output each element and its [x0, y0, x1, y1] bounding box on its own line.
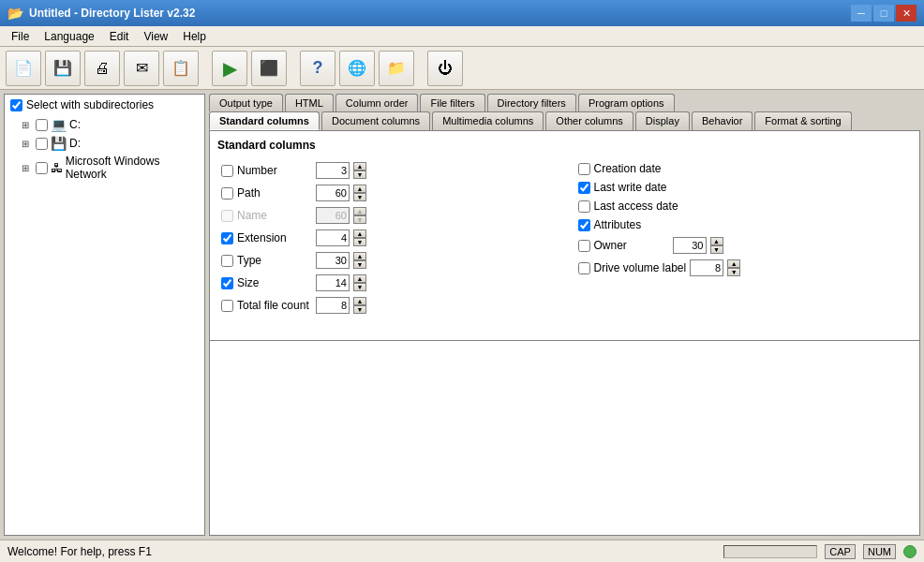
expander-network[interactable]: ⊞: [22, 163, 33, 173]
input-owner[interactable]: [673, 237, 707, 254]
cb-number[interactable]: [221, 165, 233, 177]
stop-button[interactable]: ⬛: [251, 51, 287, 86]
cb-last-access-date[interactable]: [578, 200, 590, 213]
select-with-subdirs-checkbox[interactable]: [10, 99, 22, 111]
tab-format-sorting[interactable]: Format & sorting: [754, 111, 851, 130]
web-button[interactable]: 🌐: [339, 51, 375, 86]
spin-up-owner[interactable]: ▲: [710, 237, 723, 245]
disk-icon-d: 💾: [51, 136, 67, 151]
tree-label-d: D:: [69, 137, 81, 150]
label-creation-date: Creation date: [594, 162, 669, 175]
expander-c[interactable]: ⊞: [22, 120, 33, 130]
print-button[interactable]: 🖨: [84, 51, 120, 86]
label-type: Type: [237, 254, 312, 267]
menu-help[interactable]: Help: [175, 28, 214, 45]
spin-up-drive-volume-label[interactable]: ▲: [727, 259, 740, 268]
copy-button[interactable]: 📋: [163, 51, 199, 86]
spin-up-number[interactable]: ▲: [353, 162, 366, 170]
tree-item-network[interactable]: ⊞ 🖧 Microsoft Windows Network: [18, 153, 204, 183]
input-type[interactable]: [316, 252, 350, 269]
help-button[interactable]: ?: [300, 51, 335, 86]
col-attributes: Attributes: [574, 215, 913, 234]
tab-other-columns[interactable]: Other columns: [545, 111, 633, 130]
tab-behavior[interactable]: Behavior: [692, 111, 753, 130]
spin-up-total-file-count[interactable]: ▲: [353, 297, 366, 305]
spin-up-type[interactable]: ▲: [353, 252, 366, 260]
tab-display[interactable]: Display: [635, 111, 690, 130]
cb-owner[interactable]: [578, 240, 590, 252]
label-size: Size: [237, 276, 312, 289]
cb-last-write-date[interactable]: [578, 182, 590, 194]
spin-up-size[interactable]: ▲: [353, 274, 366, 283]
spin-up-extension[interactable]: ▲: [353, 229, 366, 238]
spin-up-name[interactable]: ▲: [353, 207, 366, 215]
spin-up-path[interactable]: ▲: [353, 185, 366, 193]
right-panel: Output type HTML Column order File filte…: [209, 94, 920, 536]
spin-down-number[interactable]: ▼: [353, 170, 366, 179]
spin-down-name[interactable]: ▼: [353, 215, 366, 224]
status-text: Welcome! For help, press F1: [7, 545, 716, 558]
close-button[interactable]: ✕: [896, 5, 917, 22]
spin-down-total-file-count[interactable]: ▼: [353, 305, 366, 314]
menu-language[interactable]: Language: [37, 28, 101, 45]
cb-total-file-count[interactable]: [221, 300, 233, 312]
col-number: Number ▲ ▼: [217, 159, 556, 182]
menu-file[interactable]: File: [4, 28, 37, 45]
cb-size[interactable]: [221, 277, 233, 289]
input-extension[interactable]: [316, 229, 350, 246]
tab-output-type[interactable]: Output type: [209, 94, 283, 111]
cb-attributes[interactable]: [578, 219, 590, 231]
input-name[interactable]: [316, 207, 350, 224]
spin-down-extension[interactable]: ▼: [353, 238, 366, 246]
new-button[interactable]: 📄: [6, 51, 41, 86]
folder-button[interactable]: 📁: [379, 51, 414, 86]
input-total-file-count[interactable]: [316, 297, 350, 314]
checkbox-network[interactable]: [36, 162, 48, 174]
run-button[interactable]: ▶: [212, 51, 247, 86]
tab-document-columns[interactable]: Document columns: [321, 111, 430, 130]
input-path[interactable]: [316, 185, 350, 201]
spin-down-type[interactable]: ▼: [353, 260, 366, 269]
tab-directory-filters[interactable]: Directory filters: [487, 94, 576, 111]
power-button[interactable]: ⏻: [427, 51, 463, 86]
tree-item-d[interactable]: ⊞ 💾 D:: [18, 134, 204, 153]
save-button[interactable]: 💾: [45, 51, 81, 86]
menu-edit[interactable]: Edit: [102, 28, 137, 45]
menu-view[interactable]: View: [136, 28, 175, 45]
tree-item-c[interactable]: ⊞ 💻 C:: [18, 115, 204, 134]
cb-creation-date[interactable]: [578, 163, 590, 175]
col-name: Name ▲ ▼: [217, 204, 556, 227]
input-size[interactable]: [316, 274, 350, 291]
spin-down-owner[interactable]: ▼: [710, 245, 723, 254]
tab-multimedia-columns[interactable]: Multimedia columns: [432, 111, 544, 130]
spin-down-path[interactable]: ▼: [353, 193, 366, 201]
tab-standard-columns[interactable]: Standard columns: [209, 111, 320, 130]
spin-down-drive-volume-label[interactable]: ▼: [727, 268, 740, 276]
maximize-button[interactable]: □: [873, 5, 894, 22]
tab-column-order[interactable]: Column order: [335, 94, 419, 111]
label-attributes: Attributes: [594, 218, 669, 231]
cb-drive-volume-label[interactable]: [578, 262, 590, 274]
tab-html[interactable]: HTML: [285, 94, 334, 111]
input-drive-volume-label[interactable]: [690, 259, 723, 276]
minimize-button[interactable]: ─: [851, 5, 872, 22]
lower-content-area: [209, 341, 920, 536]
checkbox-c[interactable]: [36, 119, 48, 131]
col-last-access-date: Last access date: [574, 197, 913, 215]
checkbox-d[interactable]: [36, 138, 48, 150]
input-number[interactable]: [316, 162, 350, 179]
cb-type[interactable]: [221, 255, 233, 267]
spin-down-size[interactable]: ▼: [353, 283, 366, 291]
cb-extension[interactable]: [221, 232, 233, 244]
disk-icon-c: 💻: [51, 117, 67, 132]
tab-file-filters[interactable]: File filters: [420, 94, 484, 111]
tab-program-options[interactable]: Program options: [578, 94, 675, 111]
cb-path[interactable]: [221, 187, 233, 200]
label-total-file-count: Total file count: [237, 299, 312, 312]
expander-d[interactable]: ⊞: [22, 139, 33, 149]
num-badge: NUM: [863, 544, 896, 559]
email-button[interactable]: ✉: [124, 51, 159, 86]
cap-badge: CAP: [825, 544, 856, 559]
toolbar: 📄 💾 🖨 ✉ 📋 ▶ ⬛ ? 🌐 📁 ⏻: [0, 47, 924, 90]
cb-name[interactable]: [221, 210, 233, 222]
